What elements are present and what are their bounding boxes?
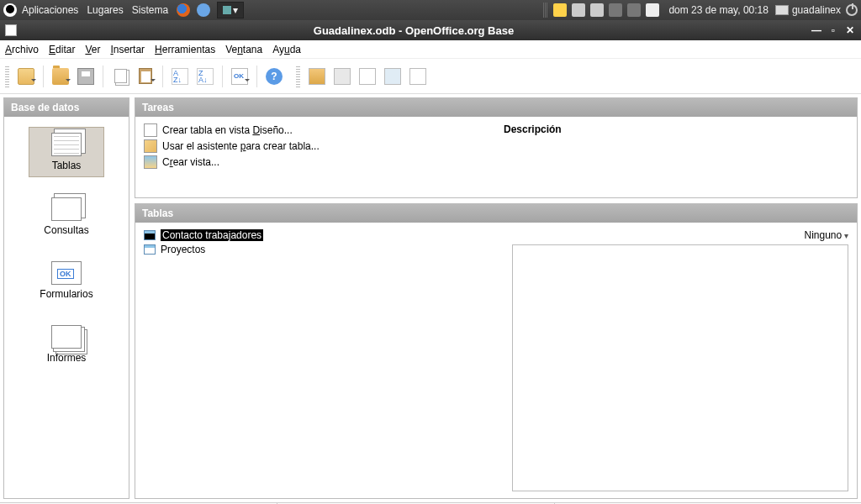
volume-icon[interactable] bbox=[627, 3, 641, 17]
printer-icon[interactable] bbox=[572, 3, 585, 17]
preview-box bbox=[512, 244, 848, 491]
maximize-button[interactable]: ▫ bbox=[827, 24, 839, 36]
task-label: Crear tabla en vista Diseño... bbox=[162, 124, 293, 136]
sysmenu-system[interactable]: Sistema bbox=[132, 4, 168, 16]
menu-3[interactable]: Insertar bbox=[110, 44, 145, 55]
minimize-button[interactable]: — bbox=[811, 24, 822, 36]
tasks-header: Tareas bbox=[135, 98, 857, 117]
preview-column: Ninguno bbox=[512, 229, 848, 491]
task-icon bbox=[144, 123, 157, 137]
sidebar-item-tables[interactable]: Tablas bbox=[29, 127, 104, 177]
system-panel: Aplicaciones Lugares Sistema ▾ dom 23 de… bbox=[0, 0, 861, 20]
menu-1[interactable]: Editar bbox=[49, 44, 75, 55]
task-icon bbox=[144, 139, 157, 153]
network-icon[interactable] bbox=[609, 3, 622, 17]
sidebar-item-label: Formularios bbox=[40, 288, 92, 300]
task-item[interactable]: Crear vista... bbox=[144, 155, 504, 169]
tool-5[interactable] bbox=[406, 65, 430, 88]
query-icon bbox=[51, 197, 82, 221]
menu-5[interactable]: Ventana bbox=[225, 44, 262, 55]
description-header: Descripción bbox=[504, 123, 562, 135]
tool-1[interactable] bbox=[305, 65, 329, 88]
preview-mode-dropdown[interactable]: Ninguno bbox=[805, 229, 848, 241]
tool-3[interactable] bbox=[356, 65, 379, 88]
taskbar-active-window[interactable]: ▾ bbox=[217, 2, 244, 18]
table-list: Contacto trabajadoresProyectos bbox=[144, 229, 504, 491]
sidebar-item-reports[interactable]: Informes bbox=[29, 320, 104, 369]
tables-header: Tablas bbox=[135, 204, 857, 223]
sysmenu-apps[interactable]: Aplicaciones bbox=[22, 4, 78, 16]
menu-6[interactable]: Ayuda bbox=[272, 44, 301, 55]
table-name: Contacto trabajadores bbox=[161, 229, 263, 241]
tasks-panel: Tareas Crear tabla en vista Diseño...Usa… bbox=[135, 97, 858, 198]
menu-4[interactable]: Herramientas bbox=[155, 44, 215, 55]
drive-icon[interactable] bbox=[590, 3, 604, 17]
power-icon[interactable] bbox=[846, 4, 858, 16]
copy-button[interactable] bbox=[108, 65, 132, 88]
document-icon bbox=[5, 24, 17, 36]
database-sidebar: Base de datos TablasConsultasFormularios… bbox=[3, 97, 129, 499]
distro-icon bbox=[3, 3, 17, 17]
sidebar-item-query[interactable]: Consultas bbox=[29, 192, 104, 241]
task-item[interactable]: Crear tabla en vista Diseño... bbox=[144, 123, 504, 137]
clock[interactable]: dom 23 de may, 00:18 bbox=[668, 4, 769, 16]
menu-bar: ArchivoEditarVerInsertarHerramientasVent… bbox=[0, 40, 861, 59]
task-icon bbox=[144, 155, 157, 169]
workspace-switcher[interactable] bbox=[775, 5, 789, 15]
window-title: Guadalinex.odb - OpenOffice.org Base bbox=[22, 24, 806, 37]
sort-asc-button[interactable]: AZ↓ bbox=[168, 65, 192, 88]
menu-0[interactable]: Archivo bbox=[5, 44, 39, 55]
tables-panel: Tablas Contacto trabajadoresProyectos Ni… bbox=[135, 203, 858, 499]
table-icon bbox=[144, 230, 156, 240]
tool-4[interactable] bbox=[381, 65, 404, 88]
close-button[interactable]: ✕ bbox=[844, 24, 856, 36]
sidebar-item-label: Consultas bbox=[44, 224, 88, 236]
task-label: Usar el asistente para crear tabla... bbox=[162, 140, 320, 152]
paste-button[interactable] bbox=[134, 65, 157, 88]
table-row[interactable]: Contacto trabajadores bbox=[144, 229, 504, 241]
sort-desc-button[interactable]: ZA↓ bbox=[193, 65, 217, 88]
sidebar-item-label: Informes bbox=[47, 352, 87, 364]
toolbar-grip[interactable] bbox=[5, 66, 9, 87]
task-list: Crear tabla en vista Diseño...Usar el as… bbox=[144, 123, 504, 191]
menu-2[interactable]: Ver bbox=[85, 44, 100, 55]
table-name: Proyectos bbox=[161, 244, 205, 255]
tool-2[interactable] bbox=[330, 65, 354, 88]
window-titlebar[interactable]: Guadalinex.odb - OpenOffice.org Base — ▫… bbox=[0, 20, 861, 40]
form-button[interactable] bbox=[228, 65, 251, 88]
sidebar-header: Base de datos bbox=[4, 98, 129, 117]
save-button[interactable] bbox=[74, 65, 98, 88]
forms-icon bbox=[51, 261, 82, 285]
reports-icon bbox=[51, 325, 82, 349]
taskbar-app-label[interactable]: guadalinex bbox=[792, 4, 841, 16]
help-button[interactable]: ? bbox=[262, 65, 286, 88]
tips-icon[interactable] bbox=[553, 3, 567, 17]
mail-icon[interactable] bbox=[646, 3, 659, 17]
new-button[interactable] bbox=[14, 65, 38, 88]
browser-icon[interactable] bbox=[197, 3, 210, 17]
table-icon bbox=[144, 244, 156, 255]
description-column: Descripción bbox=[504, 123, 848, 191]
table-row[interactable]: Proyectos bbox=[144, 244, 504, 255]
firefox-icon[interactable] bbox=[177, 3, 190, 17]
toolbar: AZ↓ ZA↓ ? bbox=[0, 59, 861, 94]
tray-separator bbox=[543, 3, 547, 18]
tables-icon bbox=[51, 133, 82, 156]
sidebar-item-label: Tablas bbox=[52, 160, 82, 171]
toolbar-grip-2[interactable] bbox=[296, 66, 300, 87]
task-item[interactable]: Usar el asistente para crear tabla... bbox=[144, 139, 504, 153]
open-button[interactable] bbox=[49, 65, 72, 88]
sidebar-item-forms[interactable]: Formularios bbox=[29, 256, 104, 305]
sysmenu-places[interactable]: Lugares bbox=[87, 4, 123, 16]
task-label: Crear vista... bbox=[162, 156, 219, 168]
